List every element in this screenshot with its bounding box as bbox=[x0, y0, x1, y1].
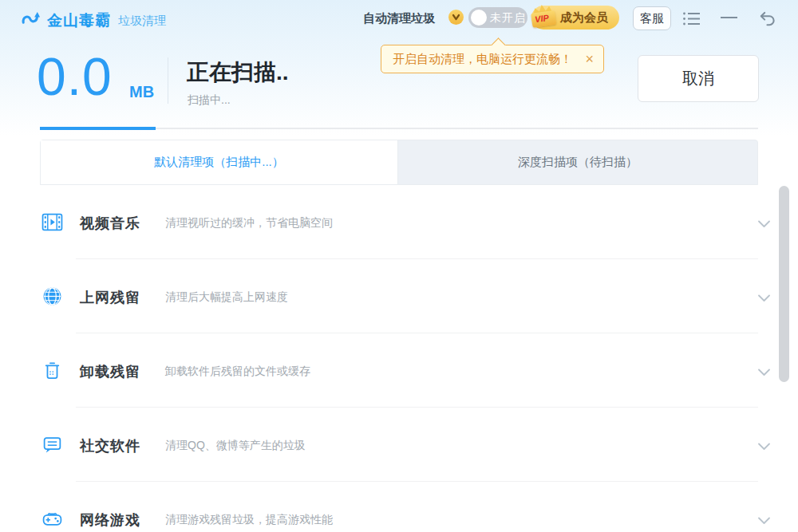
cancel-label: 取消 bbox=[682, 68, 714, 89]
toggle-knob bbox=[471, 10, 487, 26]
list-item-video-music[interactable]: 视频音乐 清理视听过的缓冲，节省电脑空间 bbox=[0, 185, 798, 259]
return-arrow-icon[interactable] bbox=[758, 10, 777, 30]
menu-list-icon[interactable] bbox=[682, 11, 701, 30]
tab-bar: 默认清理项（扫描中...） 深度扫描项（待扫描） bbox=[40, 140, 758, 185]
item-description: 清理视听过的缓冲，节省电脑空间 bbox=[165, 216, 333, 231]
app-logo: 金山毒霸 垃圾清理 bbox=[21, 9, 166, 33]
app-window: 金山毒霸 垃圾清理 自动清理垃圾 未开启 VIP 成为会员 客服 bbox=[0, 0, 798, 532]
brand-name: 金山毒霸 bbox=[47, 10, 111, 31]
list-item-uninstall-residue[interactable]: 卸载残留 卸载软件后残留的文件或缓存 bbox=[0, 333, 798, 408]
item-description: 清理QQ、微博等产生的垃圾 bbox=[165, 439, 306, 453]
vip-badge-text: VIP bbox=[534, 13, 549, 24]
video-music-icon bbox=[41, 211, 63, 236]
autoclean-toggle[interactable]: 未开启 bbox=[468, 7, 527, 28]
chevron-down-icon[interactable] bbox=[757, 218, 771, 232]
vip-dropdown-badge[interactable] bbox=[448, 10, 464, 25]
item-title: 网络游戏 bbox=[80, 510, 140, 530]
item-description: 卸载软件后残留的文件或缓存 bbox=[165, 365, 310, 379]
become-vip-button[interactable]: VIP 成为会员 bbox=[531, 6, 619, 30]
become-vip-label: 成为会员 bbox=[560, 10, 608, 26]
junk-size-value: 0.0 bbox=[37, 46, 113, 107]
tooltip-close-icon[interactable]: × bbox=[585, 52, 594, 66]
toggle-state-label: 未开启 bbox=[490, 11, 526, 26]
cancel-button[interactable]: 取消 bbox=[638, 55, 759, 102]
item-title: 上网残留 bbox=[80, 288, 140, 307]
junk-size-unit: MB bbox=[129, 83, 154, 101]
scan-status-title: 正在扫描.. bbox=[187, 57, 289, 88]
module-name: 垃圾清理 bbox=[118, 14, 166, 29]
social-software-icon bbox=[41, 434, 63, 459]
customer-service-button[interactable]: 客服 bbox=[633, 6, 671, 30]
uninstall-residue-icon bbox=[41, 360, 63, 384]
tab-default-clean-items[interactable]: 默认清理项（扫描中...） bbox=[41, 140, 398, 184]
vip-crown-icon: VIP bbox=[527, 6, 558, 30]
web-residue-icon bbox=[41, 286, 63, 310]
item-title: 社交软件 bbox=[80, 436, 140, 455]
title-bar: 金山毒霸 垃圾清理 自动清理垃圾 未开启 VIP 成为会员 客服 bbox=[0, 0, 798, 40]
list-item-web-residue[interactable]: 上网残留 清理后大幅提高上网速度 bbox=[0, 259, 798, 333]
tab-deep-label: 深度扫描项（待扫描） bbox=[518, 155, 638, 170]
scan-status-subtitle: 扫描中... bbox=[188, 93, 231, 108]
logo-swirl-icon bbox=[21, 9, 41, 33]
tab-deep-scan-items[interactable]: 深度扫描项（待扫描） bbox=[398, 140, 757, 184]
chevron-down-icon[interactable] bbox=[757, 366, 771, 380]
tooltip-text: 开启自动清理，电脑运行更流畅！ bbox=[393, 52, 572, 67]
item-description: 清理游戏残留垃圾，提高游戏性能 bbox=[165, 513, 333, 527]
scrollbar-thumb[interactable] bbox=[779, 186, 789, 382]
minimize-icon[interactable] bbox=[721, 17, 737, 18]
item-description: 清理后大幅提高上网速度 bbox=[165, 290, 288, 305]
online-game-icon bbox=[41, 508, 63, 532]
chevron-down-icon[interactable] bbox=[757, 514, 771, 529]
autoclean-tooltip: 开启自动清理，电脑运行更流畅！ × bbox=[381, 45, 604, 73]
list-item-online-game[interactable]: 网络游戏 清理游戏残留垃圾，提高游戏性能 bbox=[0, 482, 798, 532]
scan-progress-fill bbox=[40, 127, 156, 130]
item-title: 卸载残留 bbox=[80, 362, 140, 381]
hero-divider bbox=[168, 57, 168, 104]
item-title: 视频音乐 bbox=[80, 214, 140, 233]
customer-service-label: 客服 bbox=[640, 11, 664, 26]
autoclean-label: 自动清理垃圾 bbox=[363, 11, 435, 26]
chevron-down-icon[interactable] bbox=[757, 440, 771, 455]
tab-default-label: 默认清理项（扫描中...） bbox=[154, 155, 284, 170]
chevron-down-icon[interactable] bbox=[757, 292, 771, 306]
list-item-social-software[interactable]: 社交软件 清理QQ、微博等产生的垃圾 bbox=[0, 408, 798, 482]
